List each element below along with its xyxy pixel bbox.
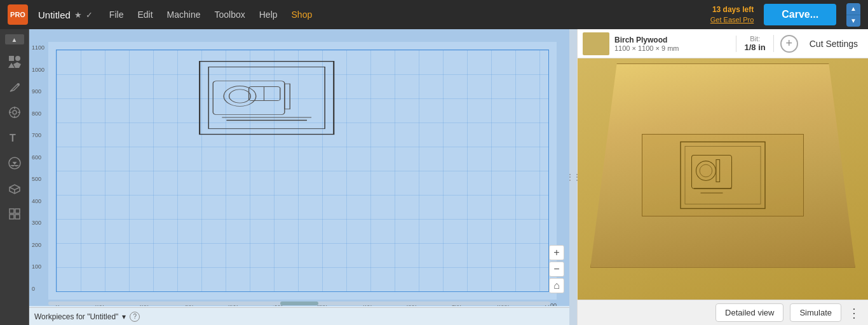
tool-pen[interactable]	[4, 76, 25, 98]
tool-shapes[interactable]	[4, 51, 25, 72]
app-logo: PRO	[8, 4, 28, 25]
nav-arrows[interactable]: ▲ ▼	[846, 3, 860, 27]
main-area: ▲	[0, 29, 868, 325]
canvas-area[interactable]: 0 100 200 300 400 500 600 700 800 900 10…	[29, 29, 569, 325]
svg-rect-28	[681, 142, 765, 209]
shapes-icon	[8, 55, 21, 68]
material-thumbnail	[583, 32, 609, 55]
right-3d-preview	[578, 58, 868, 300]
nav-down-icon[interactable]: ▼	[846, 15, 860, 27]
zoom-controls: + − ⌂	[549, 245, 564, 293]
nav-up-icon[interactable]: ▲	[846, 3, 860, 15]
zoom-home-button[interactable]: ⌂	[549, 278, 564, 293]
zoom-in-button[interactable]: +	[549, 245, 564, 260]
add-bit-button[interactable]: +	[780, 35, 798, 53]
tool-3d[interactable]	[4, 178, 25, 199]
3d-icon	[8, 182, 21, 195]
svg-rect-17	[15, 215, 20, 219]
tool-text[interactable]: T	[4, 127, 25, 149]
canvas-scrollbar[interactable]	[48, 301, 550, 306]
svg-text:T: T	[10, 133, 16, 143]
svg-point-21	[224, 86, 256, 107]
tool-import[interactable]	[4, 152, 25, 174]
svg-point-6	[13, 110, 17, 114]
zoom-out-button[interactable]: −	[549, 262, 564, 277]
workpieces-label: Workpieces for "Untitled"	[34, 312, 118, 321]
svg-point-32	[700, 164, 712, 177]
svg-rect-33	[716, 160, 720, 182]
right-panel-header: Birch Plywood 1100 × 1100 × 9 mm Bit: 1/…	[578, 29, 868, 58]
svg-point-22	[229, 90, 251, 103]
material-dimensions: 1100 × 1100 × 9 mm	[614, 44, 731, 52]
trial-days: 13 days left	[710, 4, 754, 15]
get-easel-pro-link[interactable]: Get Easel Pro	[710, 15, 754, 25]
apps-icon	[8, 208, 21, 220]
menu-edit[interactable]: Edit	[136, 7, 154, 22]
menu-machine[interactable]: Machine	[166, 7, 202, 22]
sidebar-collapse-btn[interactable]: ▲	[5, 34, 24, 44]
svg-rect-19	[208, 67, 325, 129]
material-info[interactable]: Birch Plywood 1100 × 1100 × 9 mm	[614, 36, 736, 52]
svg-rect-16	[10, 215, 14, 219]
svg-point-31	[696, 161, 716, 181]
workpieces-dropdown-icon[interactable]: ▾	[122, 312, 126, 321]
svg-rect-0	[9, 56, 14, 61]
simulate-button[interactable]: Simulate	[790, 303, 841, 322]
pen-icon	[8, 81, 21, 93]
scrollbar-thumb[interactable]	[280, 302, 318, 305]
svg-rect-15	[15, 209, 20, 213]
grid-inner	[56, 50, 549, 292]
menu-file[interactable]: File	[108, 7, 125, 22]
carving-area	[642, 134, 804, 216]
title-star-icon[interactable]: ★	[74, 10, 82, 20]
svg-rect-25	[249, 86, 280, 100]
carve-label: Carve...	[782, 9, 818, 20]
menu-toolbox[interactable]: Toolbox	[213, 7, 246, 22]
top-navigation: PRO Untitled ★ ✓ File Edit Machine Toolb…	[0, 0, 868, 29]
target-icon	[8, 106, 21, 119]
y-axis-labels: 0 100 200 300 400 500 600 700 800 900 10…	[32, 44, 44, 292]
text-icon: T	[8, 131, 21, 144]
more-options-button[interactable]: ⋮	[848, 305, 860, 321]
import-icon	[8, 157, 21, 169]
right-panel-bottom: Detailed view Simulate ⋮	[578, 300, 868, 325]
svg-point-1	[15, 56, 20, 61]
title-text: Untitled	[38, 10, 71, 20]
bit-info[interactable]: Bit: 1/8 in	[736, 35, 773, 52]
svg-rect-18	[200, 62, 334, 135]
workpieces-help-icon[interactable]: ?	[130, 312, 140, 322]
detailed-view-button[interactable]: Detailed view	[715, 303, 783, 322]
wood-shape	[590, 63, 855, 268]
workpieces-bar: Workpieces for "Untitled" ▾ ?	[29, 307, 569, 325]
svg-marker-3	[13, 62, 21, 68]
trial-info: 13 days left Get Easel Pro	[710, 4, 754, 25]
bit-size: 1/8 in	[744, 43, 765, 52]
canvas-svg	[57, 50, 548, 291]
cut-settings-button[interactable]: Cut Settings	[804, 36, 863, 51]
scrollbar-track	[48, 302, 550, 305]
tool-target[interactable]	[4, 102, 25, 123]
right-panel: Birch Plywood 1100 × 1100 × 9 mm Bit: 1/…	[577, 29, 868, 325]
svg-rect-14	[10, 209, 14, 213]
app-title: Untitled ★ ✓	[38, 10, 93, 20]
menu-help[interactable]: Help	[258, 7, 279, 22]
left-sidebar: ▲	[0, 29, 29, 325]
carving-svg	[648, 140, 798, 211]
canvas-grid[interactable]	[48, 42, 557, 300]
material-name: Birch Plywood	[614, 36, 731, 44]
svg-rect-30	[692, 156, 732, 189]
carve-button[interactable]: Carve...	[764, 4, 836, 25]
menu-shop[interactable]: Shop	[290, 7, 314, 22]
svg-marker-2	[8, 63, 15, 68]
panel-divider[interactable]: ⋮⋮	[569, 29, 577, 325]
svg-rect-23	[285, 84, 290, 109]
title-check-icon: ✓	[86, 10, 93, 20]
tool-apps[interactable]	[4, 203, 25, 225]
collapse-icon: ▲	[11, 36, 18, 43]
menu-bar: File Edit Machine Toolbox Help Shop	[108, 7, 313, 22]
carving-inner	[648, 140, 798, 211]
svg-point-4	[17, 83, 20, 86]
bit-label: Bit:	[750, 35, 760, 43]
